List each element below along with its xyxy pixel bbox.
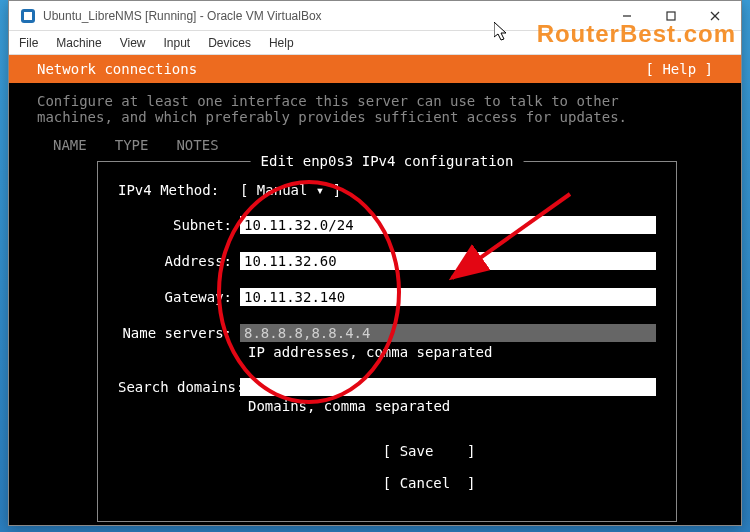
cancel-button[interactable]: [ Cancel ] [383, 475, 476, 491]
save-button[interactable]: [ Save ] [383, 443, 476, 459]
menubar: File Machine View Input Devices Help [9, 31, 741, 55]
dns-hint: IP addresses, comma separated [248, 344, 656, 360]
svg-rect-1 [24, 12, 32, 20]
installer-title: Network connections [37, 61, 197, 77]
subnet-input[interactable]: 10.11.32.0/24 [240, 216, 656, 234]
col-type: TYPE [115, 137, 149, 153]
gateway-label: Gateway: [118, 289, 240, 305]
col-notes: NOTES [176, 137, 218, 153]
ipv4-config-panel: Edit enp0s3 IPv4 configuration IPv4 Meth… [97, 161, 677, 522]
dns-input[interactable]: 8.8.8.8,8.8.4.4 [240, 324, 656, 342]
subnet-label: Subnet: [118, 217, 240, 233]
method-label: IPv4 Method: [118, 182, 240, 198]
search-input[interactable] [240, 378, 656, 396]
guest-terminal: Network connections [ Help ] Configure a… [9, 55, 741, 525]
menu-input[interactable]: Input [164, 36, 191, 50]
vm-window: Ubuntu_LibreNMS [Running] - Oracle VM Vi… [8, 0, 742, 526]
panel-title: Edit enp0s3 IPv4 configuration [251, 153, 524, 169]
titlebar: Ubuntu_LibreNMS [Running] - Oracle VM Vi… [9, 1, 741, 31]
installer-header: Network connections [ Help ] [9, 55, 741, 83]
maximize-button[interactable] [649, 2, 693, 30]
menu-view[interactable]: View [120, 36, 146, 50]
menu-machine[interactable]: Machine [56, 36, 101, 50]
window-title: Ubuntu_LibreNMS [Running] - Oracle VM Vi… [43, 9, 322, 23]
menu-devices[interactable]: Devices [208, 36, 251, 50]
search-label: Search domains: [118, 379, 240, 395]
description-text: Configure at least one interface this se… [37, 93, 677, 125]
gateway-input[interactable]: 10.11.32.140 [240, 288, 656, 306]
address-input[interactable]: 10.11.32.60 [240, 252, 656, 270]
iface-columns: NAME TYPE NOTES [53, 137, 713, 153]
method-select[interactable]: [ Manual ▾ ] [240, 182, 341, 198]
menu-file[interactable]: File [19, 36, 38, 50]
search-hint: Domains, comma separated [248, 398, 656, 414]
app-icon [19, 7, 37, 25]
close-button[interactable] [693, 2, 737, 30]
help-button[interactable]: [ Help ] [646, 61, 713, 77]
minimize-button[interactable] [605, 2, 649, 30]
address-label: Address: [118, 253, 240, 269]
svg-rect-3 [667, 12, 675, 20]
col-name: NAME [53, 137, 87, 153]
menu-help[interactable]: Help [269, 36, 294, 50]
dns-label: Name servers: [118, 325, 240, 341]
